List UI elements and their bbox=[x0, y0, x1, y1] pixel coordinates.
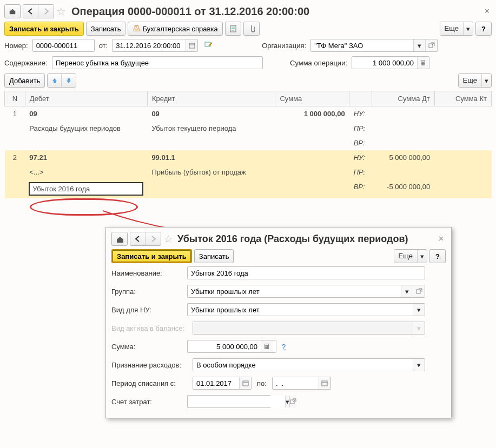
calculator-button[interactable] bbox=[417, 57, 429, 69]
org-open-button[interactable] bbox=[425, 39, 437, 51]
move-buttons bbox=[47, 73, 76, 88]
window-header: ☆ Операция 0000-000011 от 31.12.2016 20:… bbox=[4, 4, 492, 18]
home-button[interactable] bbox=[4, 4, 21, 18]
date-input-group bbox=[112, 39, 198, 52]
entries-table: N Дебет Кредит Сумма Сумма Дт Сумма Кт 1… bbox=[4, 91, 492, 198]
save-close-button[interactable]: Записать и закрыть bbox=[4, 22, 84, 36]
number-input[interactable] bbox=[32, 39, 95, 52]
content-input[interactable] bbox=[52, 56, 263, 69]
table-row[interactable]: Убыток 2016 года ВР: -5 000 000,00 bbox=[5, 179, 492, 198]
from-label: от: bbox=[99, 42, 108, 50]
add-row-button[interactable]: Добавить bbox=[4, 73, 45, 88]
op-sum-input[interactable] bbox=[352, 57, 417, 69]
col-sum-dt[interactable]: Сумма Дт bbox=[372, 91, 435, 106]
col-n: N bbox=[5, 91, 25, 106]
number-label: Номер: bbox=[4, 42, 28, 50]
chevron-down-icon: ▾ bbox=[463, 22, 473, 35]
nav-back-button[interactable] bbox=[23, 5, 38, 18]
nav-forward-button[interactable] bbox=[38, 5, 54, 18]
arrow-right-icon bbox=[42, 8, 50, 15]
pencil-screen-icon bbox=[204, 41, 213, 49]
arrow-up-icon bbox=[51, 77, 58, 84]
org-input[interactable] bbox=[311, 39, 413, 51]
col-debit[interactable]: Дебет bbox=[25, 91, 147, 106]
focused-cell[interactable]: Убыток 2016 года bbox=[29, 183, 143, 195]
calendar-button[interactable] bbox=[186, 39, 197, 51]
document-icon bbox=[229, 25, 237, 32]
date-input[interactable] bbox=[113, 39, 186, 51]
highlight-ring bbox=[30, 198, 138, 203]
move-up-button[interactable] bbox=[48, 74, 62, 87]
arrow-down-icon bbox=[65, 77, 72, 84]
save-button[interactable]: Записать bbox=[86, 22, 126, 36]
org-dropdown-button[interactable]: ▾ bbox=[413, 39, 425, 51]
svg-rect-3 bbox=[429, 44, 433, 48]
document-button[interactable] bbox=[225, 22, 241, 36]
accounting-reference-button[interactable]: Бухгалтерская справка bbox=[128, 22, 222, 36]
table-more-dropdown[interactable]: Еще ▾ bbox=[458, 73, 492, 88]
table-row[interactable]: <...> Прибыль (убыток) от продаж ПР: bbox=[5, 165, 492, 179]
open-external-icon bbox=[428, 42, 435, 49]
home-icon bbox=[9, 8, 16, 15]
table-row[interactable]: Расходы будущих периодов Убыток текущего… bbox=[5, 121, 492, 136]
help-button[interactable]: ? bbox=[475, 22, 492, 36]
svg-rect-1 bbox=[189, 43, 195, 48]
close-button[interactable]: × bbox=[482, 6, 492, 16]
col-credit[interactable]: Кредит bbox=[147, 91, 275, 106]
col-sum[interactable]: Сумма bbox=[275, 91, 349, 106]
table-row[interactable]: 2 97.21 99.01.1 НУ: 5 000 000,00 bbox=[5, 150, 492, 165]
org-input-group: ▾ bbox=[310, 39, 438, 52]
content-label: Содержание: bbox=[4, 59, 47, 67]
nav-back-forward bbox=[23, 4, 54, 18]
table-header-row: N Дебет Кредит Сумма Сумма Дт Сумма Кт bbox=[5, 91, 492, 106]
move-down-button[interactable] bbox=[62, 74, 76, 87]
table-toolbar: Добавить Еще ▾ bbox=[4, 73, 492, 88]
form-row-2: Содержание: Сумма операции: bbox=[4, 56, 492, 69]
chevron-down-icon: ▾ bbox=[481, 74, 491, 87]
more-dropdown[interactable]: Еще ▾ bbox=[440, 22, 473, 36]
main-toolbar: Записать и закрыть Записать Бухгалтерска… bbox=[4, 22, 492, 36]
attach-button[interactable] bbox=[243, 22, 260, 36]
page-title: Операция 0000-000011 от 31.12.2016 20:00… bbox=[71, 5, 309, 18]
calendar-icon bbox=[189, 42, 195, 49]
printer-icon bbox=[133, 24, 142, 33]
edit-icon-button[interactable] bbox=[204, 41, 213, 50]
form-row-1: Номер: от: Организация: ▾ bbox=[4, 39, 492, 52]
op-sum-group bbox=[352, 56, 429, 69]
org-label: Организация: bbox=[262, 42, 306, 50]
favorite-star-icon[interactable]: ☆ bbox=[56, 5, 66, 18]
op-sum-label: Сумма операции: bbox=[290, 59, 347, 67]
arrow-left-icon bbox=[27, 8, 35, 15]
table-row[interactable]: ВР: bbox=[5, 136, 492, 150]
col-sum-kt[interactable]: Сумма Кт bbox=[434, 91, 491, 106]
paperclip-icon bbox=[248, 25, 255, 32]
table-row[interactable]: 1 09 09 1 000 000,00 НУ: bbox=[5, 106, 492, 122]
